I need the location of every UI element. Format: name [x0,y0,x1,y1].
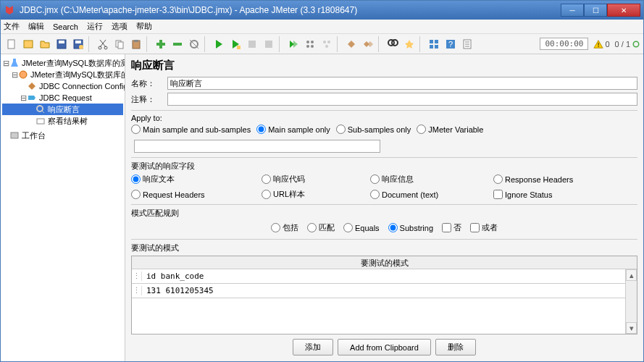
radio-contains[interactable]: 包括 [271,222,298,233]
window-title: JDBC.jmx (C:\JMeter\apache-jmeter-3.3\bi… [20,5,561,15]
table-row[interactable]: ⋮131 6101205345 [132,284,637,298]
svg-point-23 [311,45,314,48]
radio-substring[interactable]: Substring [388,222,433,233]
stop-button[interactable] [244,36,260,52]
paste-button[interactable] [128,36,144,52]
add-button[interactable]: 添加 [293,339,333,355]
minimize-button[interactable]: ─ [561,4,584,17]
menu-help[interactable]: 帮助 [136,21,152,32]
toolbar: ? 00:00:00 ! 0 0 / 1 [1,34,643,54]
menu-run[interactable]: 运行 [87,21,103,32]
tree-node-jdbc-config[interactable]: JDBC Connection Configuration [2,80,123,92]
templates-button[interactable] [20,36,36,52]
open-button[interactable] [37,36,53,52]
thread-icon [632,40,640,49]
name-label: 名称： [131,78,167,89]
radio-sub[interactable]: Sub-samples only [336,125,411,134]
radio-main-sub[interactable]: Main sample and sub-samples [131,125,251,134]
radio-matches[interactable]: 匹配 [307,222,335,233]
cut-button[interactable] [95,36,111,52]
titlebar[interactable]: JDBC.jmx (C:\JMeter\apache-jmeter-3.3\bi… [1,1,643,20]
apply-to-label: Apply to: [131,110,637,122]
svg-point-6 [79,45,83,49]
test-plan-tree[interactable]: ⊟JMeter查询MySQL数据库的测试计划 ⊟JMeter查询MySQL数据库… [1,54,125,361]
tree-node-results-tree[interactable]: 察看结果树 [2,115,123,127]
remote-start-all-button[interactable] [302,36,318,52]
new-button[interactable] [4,36,20,52]
svg-rect-5 [75,41,81,43]
save-button[interactable] [54,36,70,52]
menu-options[interactable]: 选项 [112,21,127,32]
listener-icon [35,116,46,126]
menu-search[interactable]: Search [53,22,78,31]
tree-node-threadgroup[interactable]: ⊟JMeter查询MySQL数据库的线程组 [2,69,123,80]
check-not[interactable]: 否 [442,222,461,233]
delete-button[interactable]: 删除 [435,339,476,355]
svg-point-26 [325,45,328,48]
expand-button[interactable] [153,36,169,52]
maximize-button[interactable]: ☐ [584,4,607,17]
remote-stop-button[interactable] [319,36,335,52]
collapse-button[interactable] [170,36,185,52]
scroll-down-icon[interactable]: ▾ [626,322,637,334]
copy-button[interactable] [112,36,127,52]
tree-node-testplan[interactable]: ⊟JMeter查询MySQL数据库的测试计划 [2,57,123,69]
clear-all-button[interactable] [360,36,376,52]
shutdown-button[interactable] [261,36,277,52]
workbench-icon [9,130,20,140]
remote-start-button[interactable] [285,36,301,52]
start-button[interactable] [211,36,227,52]
clear-button[interactable] [343,36,359,52]
svg-text:!: ! [598,41,600,49]
start-no-timers-button[interactable] [227,36,243,52]
sampler-icon [27,93,37,103]
help-button[interactable]: ? [443,36,459,52]
radio-response-code[interactable]: 响应代码 [262,174,370,185]
comment-label: 注释： [131,94,167,105]
menubar: 文件 编辑 Search 运行 选项 帮助 [1,20,643,34]
menu-edit[interactable]: 编辑 [28,21,44,32]
tree-node-jdbc-request[interactable]: ⊟JDBC Request [2,92,123,104]
svg-point-21 [311,41,314,43]
warning-indicator[interactable]: ! 0 [593,39,609,49]
radio-response-headers[interactable]: Response Headers [493,174,637,185]
gc-button[interactable] [459,36,475,52]
close-button[interactable]: ✕ [607,4,640,17]
reset-search-button[interactable] [401,36,417,52]
panel-title: 响应断言 [131,59,637,72]
radio-response-message[interactable]: 响应信息 [370,174,493,185]
search-button[interactable] [385,36,401,52]
function-helper-button[interactable] [426,36,442,52]
check-or[interactable]: 或者 [470,222,498,233]
radio-url-sampled[interactable]: URL样本 [262,189,370,200]
svg-point-24 [323,41,326,43]
table-row[interactable]: ⋮id bank_code [132,269,637,284]
jmeter-variable-input[interactable] [134,140,380,153]
radio-main[interactable]: Main sample only [256,125,330,134]
svg-point-38 [20,71,27,78]
comment-input[interactable] [167,93,637,106]
svg-point-37 [633,41,639,47]
editor-panel: 响应断言 名称： 注释： Apply to: Main sample and s… [125,54,643,361]
radio-variable[interactable]: JMeter Variable [417,125,483,134]
radio-equals[interactable]: Equals [343,222,380,233]
radio-request-headers[interactable]: Request Headers [131,189,262,200]
toggle-button[interactable] [186,36,202,52]
radio-document-text[interactable]: Document (text) [370,189,493,200]
svg-rect-14 [156,43,165,46]
name-input[interactable] [167,77,637,90]
svg-rect-3 [59,41,64,43]
radio-response-text[interactable]: 响应文本 [131,174,262,185]
check-ignore-status[interactable]: Ignore Status [493,189,637,200]
menu-file[interactable]: 文件 [4,21,20,32]
svg-point-25 [327,41,330,43]
svg-rect-18 [248,41,256,48]
patterns-table[interactable]: 要测试的模式 ⋮id bank_code ⋮131 6101205345 ▴▾ [131,256,637,334]
elapsed-timer: 00:00:00 [540,38,588,50]
scroll-up-icon[interactable]: ▴ [626,269,637,281]
save-as-button[interactable] [70,36,86,52]
scrollbar[interactable]: ▴▾ [625,269,637,334]
add-from-clipboard-button[interactable]: Add from Clipboard [338,339,431,355]
tree-node-assertion[interactable]: 响应断言 [2,104,123,115]
tree-node-workbench[interactable]: ⊟工作台 [2,130,123,141]
